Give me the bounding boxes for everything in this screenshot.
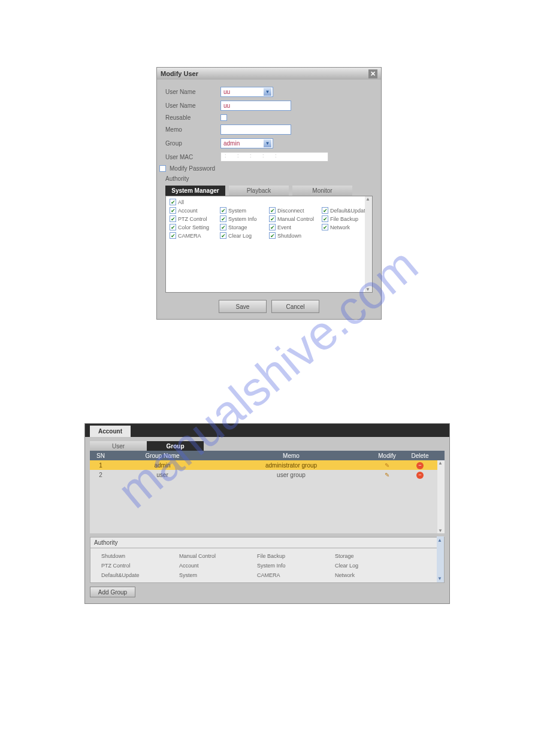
table-row[interactable]: 1 admin administrator group: [90, 460, 445, 470]
delete-icon[interactable]: [416, 472, 424, 479]
auth-item: Default&Update: [101, 572, 179, 580]
grid-header: SN Group Name Memo Modify Delete: [90, 451, 445, 460]
mac-label: User MAC: [165, 154, 220, 160]
table-row[interactable]: 2 user user group: [90, 470, 445, 479]
scrollbar[interactable]: [437, 460, 445, 533]
dialog-titlebar: Modify User ✕: [157, 68, 381, 80]
cell-name: user: [111, 472, 213, 478]
perm-label: All: [178, 199, 184, 205]
chevron-down-icon: ▼: [264, 88, 271, 96]
perm-label: Storage: [228, 224, 247, 230]
perm-checkbox[interactable]: ✔: [322, 207, 328, 214]
perm-label: Shutdown: [277, 233, 301, 239]
save-button[interactable]: Save: [219, 300, 267, 313]
auth-item: Shutdown: [101, 553, 179, 561]
authority-box: ✔ All ✔Account ✔System ✔Disconnect ✔Defa…: [165, 196, 373, 293]
group-label: Group: [165, 140, 220, 147]
auth-item: System: [179, 572, 257, 580]
col-memo: Memo: [213, 453, 369, 459]
modify-user-dialog: Modify User ✕ User Name uu ▼ User Name R…: [156, 67, 382, 320]
authority-list: Shutdown Manual Control File Backup Stor…: [90, 548, 445, 583]
authority-label: Authority: [165, 175, 220, 182]
panel-tabbar: Account: [85, 424, 449, 437]
perm-checkbox[interactable]: ✔: [322, 224, 328, 230]
auth-item: CAMERA: [257, 572, 335, 580]
subtab-user[interactable]: User: [90, 441, 147, 451]
perm-checkbox[interactable]: ✔: [220, 207, 226, 214]
username-select[interactable]: uu ▼: [220, 87, 273, 97]
auth-item: Manual Control: [179, 553, 257, 561]
tab-account[interactable]: Account: [90, 426, 131, 437]
modify-password-checkbox[interactable]: [159, 165, 166, 172]
tab-system-manager[interactable]: System Manager: [165, 186, 225, 196]
memo-label: Memo: [165, 126, 220, 133]
perm-label: System Info: [228, 216, 257, 222]
chevron-down-icon: ▼: [264, 139, 271, 147]
add-group-button[interactable]: Add Group: [90, 587, 135, 597]
reusable-label: Reusable: [165, 114, 220, 121]
username-label: User Name: [165, 89, 220, 95]
memo-input[interactable]: [220, 125, 291, 135]
subtab-group[interactable]: Group: [147, 441, 204, 451]
grid-body: 1 admin administrator group 2 user user …: [90, 460, 445, 533]
perm-checkbox[interactable]: ✔: [170, 199, 176, 205]
perm-label: System: [228, 208, 246, 214]
perm-label: PTZ Control: [178, 216, 207, 222]
perm-label: Disconnect: [277, 208, 304, 214]
reusable-checkbox[interactable]: [220, 114, 227, 121]
perm-label: CAMERA: [178, 233, 201, 239]
perm-checkbox[interactable]: ✔: [220, 215, 226, 222]
col-delete: Delete: [405, 453, 435, 459]
auth-item: Storage: [335, 553, 413, 561]
perm-label: Default&Update: [330, 208, 368, 214]
perm-checkbox[interactable]: ✔: [269, 215, 276, 222]
auth-item: Clear Log: [335, 563, 413, 570]
username-input[interactable]: [220, 101, 291, 111]
cancel-button[interactable]: Cancel: [271, 300, 319, 313]
tab-monitor[interactable]: Monitor: [292, 186, 352, 196]
perm-checkbox[interactable]: ✔: [170, 224, 176, 230]
perm-checkbox[interactable]: ✔: [170, 232, 176, 239]
perm-checkbox[interactable]: ✔: [220, 224, 226, 230]
perm-label: Event: [277, 224, 291, 230]
perm-checkbox[interactable]: ✔: [269, 207, 276, 214]
cell-memo: user group: [213, 472, 369, 478]
username-select-value: uu: [223, 89, 230, 95]
cell-memo: administrator group: [213, 462, 369, 469]
tab-playback[interactable]: Playback: [229, 186, 289, 196]
col-modify: Modify: [369, 453, 405, 459]
col-sn: SN: [90, 453, 111, 459]
dialog-title: Modify User: [161, 70, 198, 77]
cell-name: admin: [111, 462, 213, 469]
auth-item: File Backup: [257, 553, 335, 561]
perm-checkbox[interactable]: ✔: [269, 224, 276, 230]
mac-input[interactable]: : : : : :: [220, 152, 328, 162]
authority-section-label: Authority: [90, 537, 445, 548]
perm-label: Manual Control: [277, 216, 314, 222]
auth-item: Account: [179, 563, 257, 570]
modify-password-label: Modify Password: [170, 165, 215, 172]
account-panel: Account User Group SN Group Name Memo Mo…: [84, 423, 450, 604]
group-select-value: admin: [223, 140, 240, 147]
perm-checkbox[interactable]: ✔: [170, 207, 176, 214]
perm-checkbox[interactable]: ✔: [170, 215, 176, 222]
perm-checkbox[interactable]: ✔: [220, 232, 226, 239]
perm-checkbox[interactable]: ✔: [269, 232, 276, 239]
auth-item: System Info: [257, 563, 335, 570]
close-icon[interactable]: ✕: [368, 69, 377, 78]
scrollbar[interactable]: [365, 196, 372, 292]
edit-icon[interactable]: [385, 472, 389, 478]
delete-icon[interactable]: [416, 462, 424, 469]
edit-icon[interactable]: [385, 462, 389, 469]
auth-item: Network: [335, 572, 413, 580]
perm-label: File Backup: [330, 216, 358, 222]
perm-checkbox[interactable]: ✔: [322, 215, 328, 222]
auth-item: PTZ Control: [101, 563, 179, 570]
cell-sn: 2: [90, 472, 111, 478]
col-name: Group Name: [111, 453, 213, 459]
username2-label: User Name: [165, 102, 220, 109]
scrollbar[interactable]: [437, 536, 444, 582]
cell-sn: 1: [90, 462, 111, 469]
group-select[interactable]: admin ▼: [220, 138, 273, 148]
perm-label: Account: [178, 208, 198, 214]
